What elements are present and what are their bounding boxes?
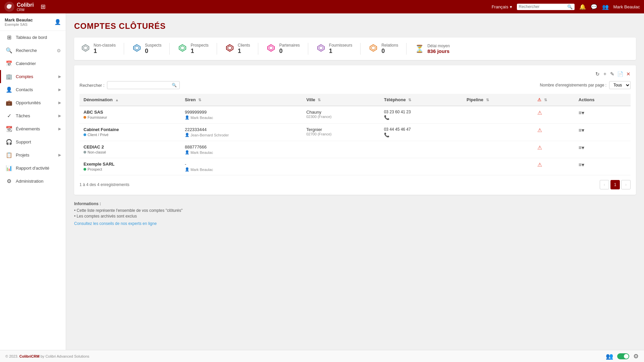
siren-value: 222333444 (185, 127, 298, 132)
taches-chevron-icon: ▶ (58, 114, 61, 118)
sidebar-item-administration[interactable]: ⚙ Administration (0, 175, 66, 188)
warning-icon[interactable]: ⚠ (537, 145, 542, 150)
pagination-controls: ‹ 1 › (600, 180, 631, 189)
col-pipeline[interactable]: Pipeline ⇅ (463, 94, 533, 106)
row-menu-icon[interactable]: ≡▾ (579, 162, 584, 168)
company-name[interactable]: CEDIAC 2 (84, 144, 177, 149)
warning-icon[interactable]: ⚠ (537, 127, 542, 133)
warning-icon[interactable]: ⚠ (537, 162, 542, 168)
stat-fournisseurs[interactable]: Fournisseurs 1 (308, 43, 361, 55)
language-selector[interactable]: Français ▾ (492, 4, 512, 9)
telephone-cell (380, 141, 463, 158)
stat-fournisseurs-info: Fournisseurs 1 (329, 43, 352, 55)
top-navigation: Colibri CRM ⊞ Français ▾ 🔍 🔔 💬 👥 Mark Be… (0, 0, 644, 13)
col-ville[interactable]: Ville ⇅ (302, 94, 380, 106)
sidebar-item-tableau-de-bord[interactable]: ⊞ Tableau de bord (0, 31, 66, 44)
pagination-page-1[interactable]: 1 (610, 180, 620, 189)
stat-relations[interactable]: Relations 0 (361, 43, 407, 55)
svg-marker-13 (319, 46, 323, 50)
timer-icon: ⏳ (415, 45, 424, 53)
edit-button[interactable]: ✎ (610, 71, 614, 77)
pagination-next[interactable]: › (621, 180, 631, 189)
telephone-cell: 03 23 60 41 23📞 (380, 106, 463, 124)
messages-icon[interactable]: 💬 (591, 4, 597, 10)
user-menu[interactable]: Mark Beaulac (613, 4, 640, 9)
alert-cell: ⚠ (533, 141, 575, 158)
global-search-input[interactable] (519, 4, 566, 9)
delete-button[interactable]: ✕ (626, 71, 631, 77)
stat-relations-info: Relations 0 (381, 43, 398, 55)
clients-icon (225, 43, 234, 55)
sidebar-item-opportunites[interactable]: 💼 Opportunités ▶ (0, 96, 66, 109)
footer-copyright: © 2023. ColibriCRM by Colibri Advanced S… (5, 354, 89, 358)
stat-non-classes[interactable]: Non-classés 1 (81, 43, 124, 55)
app-logo[interactable]: Colibri CRM (4, 1, 34, 12)
user-profile-icon[interactable]: 👤 (54, 19, 61, 25)
company-tag: Client / Privé (84, 133, 108, 137)
refresh-button[interactable]: ↻ (595, 71, 600, 77)
alert-sort-icon: ⇅ (544, 98, 547, 102)
records-per-page-select[interactable]: Tous 10 25 50 (609, 81, 631, 89)
ville-cell (302, 158, 380, 175)
table-search-input[interactable] (110, 83, 170, 87)
expert-advice-link[interactable]: Consultez les conseils de nos experts en… (74, 221, 157, 226)
actions-cell: ≡▾ (575, 141, 631, 158)
settings-bottom-icon[interactable]: ⚙ (633, 353, 639, 360)
pipeline-cell (463, 124, 533, 141)
stat-suspects[interactable]: Suspects 0 (124, 43, 170, 55)
sidebar-item-comptes[interactable]: 🏢 Comptes ▶ (0, 70, 66, 83)
col-telephone[interactable]: Téléphone ⇅ (380, 94, 463, 106)
relations-icon (369, 43, 378, 55)
ville-cell: Tergnier02700 (France) (302, 124, 380, 141)
users-bottom-icon[interactable]: 👥 (606, 353, 613, 360)
row-menu-icon[interactable]: ≡▾ (579, 144, 584, 151)
admin-icon: ⚙ (6, 178, 12, 184)
sidebar-item-taches[interactable]: ✓ Tâches ▶ (0, 109, 66, 122)
company-name[interactable]: Exemple SARL (84, 162, 177, 167)
svg-marker-12 (318, 45, 324, 51)
table-search-box[interactable]: 🔍 (107, 81, 180, 89)
company-name[interactable]: ABC SAS (84, 110, 177, 115)
sidebar-item-support[interactable]: 🎧 Support (0, 135, 66, 148)
row-menu-icon[interactable]: ≡▾ (579, 110, 584, 116)
pagination-prev[interactable]: ‹ (600, 180, 609, 189)
toggle-switch[interactable] (617, 353, 629, 359)
sidebar-item-contacts[interactable]: 👤 Contacts ▶ (0, 83, 66, 96)
company-tag: Prospect (84, 167, 102, 171)
export-button[interactable]: 📄 (617, 71, 624, 77)
col-siren[interactable]: Siren ⇅ (181, 94, 302, 106)
stat-delai[interactable]: ⏳ Délai moyen 836 jours (407, 44, 458, 54)
global-search-box[interactable]: 🔍 (517, 4, 575, 10)
telephone-sort-icon: ⇅ (408, 98, 411, 102)
telephone-cell (380, 158, 463, 175)
sidebar-item-calendrier[interactable]: 📅 Calendrier (0, 57, 66, 70)
company-name[interactable]: Cabinet Fontaine (84, 127, 177, 132)
warning-icon[interactable]: ⚠ (537, 110, 542, 116)
add-button[interactable]: ＋ (602, 71, 607, 77)
stats-row: Non-classés 1 Suspects 0 (74, 38, 636, 60)
row-menu-icon[interactable]: ≡▾ (579, 127, 584, 133)
stat-clients[interactable]: Clients 1 (217, 43, 259, 55)
assigned-user: 👤 Mark Beaulac (185, 115, 298, 120)
bottom-bar: © 2023. ColibriCRM by Colibri Advanced S… (0, 350, 644, 362)
projects-icon: 📋 (6, 152, 12, 158)
search-settings-icon[interactable]: ⚙ (57, 48, 61, 53)
sidebar-nav: ⊞ Tableau de bord 🔍 Recherche ⚙ 📅 Calend… (0, 31, 66, 362)
users-icon[interactable]: 👥 (602, 4, 609, 10)
grid-menu-icon[interactable]: ⊞ (41, 3, 46, 10)
accounts-icon: 🏢 (6, 73, 12, 80)
col-alert[interactable]: ⚠ ⇅ (533, 94, 575, 106)
col-denomination[interactable]: Dénomination ▲ (79, 94, 181, 106)
actions-cell: ≡▾ (575, 124, 631, 141)
actions-cell: ≡▾ (575, 158, 631, 175)
notifications-icon[interactable]: 🔔 (579, 4, 586, 10)
opportunities-icon: 💼 (6, 100, 12, 106)
sidebar-item-rapport[interactable]: 📊 Rapport d'activité (0, 162, 66, 175)
stat-partenaires[interactable]: Partenaires 0 (258, 43, 308, 55)
sidebar-item-evenements[interactable]: 📆 Événements ▶ (0, 122, 66, 135)
sidebar-item-recherche[interactable]: 🔍 Recherche ⚙ (0, 44, 66, 57)
sidebar-item-projets[interactable]: 📋 Projets ▶ (0, 148, 66, 162)
ville-sort-icon: ⇅ (318, 98, 321, 102)
stat-prospects[interactable]: Prospects 1 (170, 43, 217, 55)
pagination-row: 1 à 4 des 4 enregistrements ‹ 1 › (79, 180, 631, 189)
